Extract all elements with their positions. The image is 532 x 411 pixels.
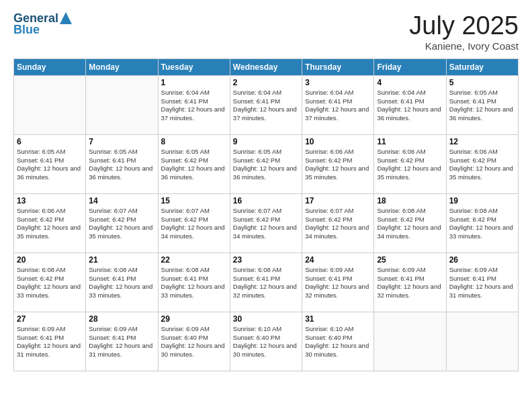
day-info: Sunrise: 6:09 AM Sunset: 6:40 PM Dayligh… — [161, 325, 227, 359]
col-header-tuesday: Tuesday — [158, 58, 230, 75]
day-number: 18 — [377, 196, 443, 205]
day-number: 5 — [449, 78, 515, 87]
svg-marker-0 — [60, 12, 72, 24]
calendar-cell: 2Sunrise: 6:04 AM Sunset: 6:41 PM Daylig… — [230, 75, 302, 134]
day-info: Sunrise: 6:06 AM Sunset: 6:42 PM Dayligh… — [17, 207, 83, 241]
day-info: Sunrise: 6:10 AM Sunset: 6:40 PM Dayligh… — [233, 325, 299, 359]
calendar-cell: 22Sunrise: 6:08 AM Sunset: 6:41 PM Dayli… — [158, 253, 230, 312]
day-number: 30 — [233, 314, 299, 324]
day-number: 12 — [449, 137, 515, 146]
calendar-cell: 18Sunrise: 6:08 AM Sunset: 6:42 PM Dayli… — [374, 193, 446, 253]
calendar-cell: 5Sunrise: 6:05 AM Sunset: 6:41 PM Daylig… — [446, 75, 518, 134]
day-number: 26 — [449, 255, 515, 265]
day-info: Sunrise: 6:06 AM Sunset: 6:42 PM Dayligh… — [377, 148, 443, 182]
day-number: 2 — [233, 78, 299, 87]
calendar-cell: 1Sunrise: 6:04 AM Sunset: 6:41 PM Daylig… — [158, 75, 230, 134]
day-number: 24 — [305, 255, 371, 265]
calendar-cell: 26Sunrise: 6:09 AM Sunset: 6:41 PM Dayli… — [446, 253, 518, 312]
calendar-cell: 30Sunrise: 6:10 AM Sunset: 6:40 PM Dayli… — [230, 312, 302, 371]
day-info: Sunrise: 6:08 AM Sunset: 6:41 PM Dayligh… — [233, 266, 299, 300]
day-number: 22 — [161, 255, 227, 265]
day-number: 10 — [305, 137, 371, 146]
col-header-wednesday: Wednesday — [230, 58, 302, 75]
day-number: 16 — [233, 196, 299, 205]
calendar-cell: 15Sunrise: 6:07 AM Sunset: 6:42 PM Dayli… — [158, 193, 230, 253]
day-info: Sunrise: 6:04 AM Sunset: 6:41 PM Dayligh… — [233, 89, 299, 123]
day-info: Sunrise: 6:08 AM Sunset: 6:42 PM Dayligh… — [449, 207, 515, 241]
logo: General Blue — [13, 12, 72, 37]
day-info: Sunrise: 6:08 AM Sunset: 6:42 PM Dayligh… — [17, 266, 83, 300]
day-info: Sunrise: 6:07 AM Sunset: 6:42 PM Dayligh… — [161, 207, 227, 241]
day-info: Sunrise: 6:05 AM Sunset: 6:42 PM Dayligh… — [233, 148, 299, 182]
calendar-cell: 27Sunrise: 6:09 AM Sunset: 6:41 PM Dayli… — [14, 312, 86, 371]
day-number: 29 — [161, 314, 227, 324]
day-number: 23 — [233, 255, 299, 265]
day-info: Sunrise: 6:06 AM Sunset: 6:42 PM Dayligh… — [449, 148, 515, 182]
page: General Blue July 2025 Kaniene, Ivory Co… — [0, 0, 532, 411]
day-info: Sunrise: 6:04 AM Sunset: 6:41 PM Dayligh… — [161, 89, 227, 123]
calendar-table: SundayMondayTuesdayWednesdayThursdayFrid… — [13, 58, 519, 371]
day-info: Sunrise: 6:09 AM Sunset: 6:41 PM Dayligh… — [89, 325, 154, 359]
day-info: Sunrise: 6:05 AM Sunset: 6:41 PM Dayligh… — [17, 148, 83, 182]
calendar-cell: 13Sunrise: 6:06 AM Sunset: 6:42 PM Dayli… — [14, 193, 86, 253]
day-info: Sunrise: 6:04 AM Sunset: 6:41 PM Dayligh… — [305, 89, 371, 123]
day-number: 1 — [161, 78, 227, 87]
day-number: 17 — [305, 196, 371, 205]
calendar-cell: 23Sunrise: 6:08 AM Sunset: 6:41 PM Dayli… — [230, 253, 302, 312]
day-number: 19 — [449, 196, 515, 205]
day-info: Sunrise: 6:04 AM Sunset: 6:41 PM Dayligh… — [377, 89, 443, 123]
day-number: 11 — [377, 137, 443, 146]
day-info: Sunrise: 6:09 AM Sunset: 6:41 PM Dayligh… — [305, 266, 371, 300]
day-number: 4 — [377, 78, 443, 87]
day-info: Sunrise: 6:07 AM Sunset: 6:42 PM Dayligh… — [305, 207, 371, 241]
calendar-cell: 21Sunrise: 6:08 AM Sunset: 6:41 PM Dayli… — [86, 253, 158, 312]
col-header-monday: Monday — [86, 58, 158, 75]
day-number: 9 — [233, 137, 299, 146]
day-number: 14 — [89, 196, 154, 205]
calendar-cell: 19Sunrise: 6:08 AM Sunset: 6:42 PM Dayli… — [446, 193, 518, 253]
calendar-cell — [374, 312, 446, 371]
calendar-cell: 12Sunrise: 6:06 AM Sunset: 6:42 PM Dayli… — [446, 134, 518, 193]
day-info: Sunrise: 6:09 AM Sunset: 6:41 PM Dayligh… — [17, 325, 83, 359]
calendar-cell: 4Sunrise: 6:04 AM Sunset: 6:41 PM Daylig… — [374, 75, 446, 134]
header: General Blue July 2025 Kaniene, Ivory Co… — [13, 12, 519, 52]
calendar-cell: 7Sunrise: 6:05 AM Sunset: 6:41 PM Daylig… — [86, 134, 158, 193]
calendar-cell: 24Sunrise: 6:09 AM Sunset: 6:41 PM Dayli… — [302, 253, 374, 312]
calendar-cell: 11Sunrise: 6:06 AM Sunset: 6:42 PM Dayli… — [374, 134, 446, 193]
day-info: Sunrise: 6:09 AM Sunset: 6:41 PM Dayligh… — [449, 266, 515, 300]
calendar-cell: 31Sunrise: 6:10 AM Sunset: 6:40 PM Dayli… — [302, 312, 374, 371]
col-header-friday: Friday — [374, 58, 446, 75]
day-number: 6 — [17, 137, 83, 146]
day-number: 28 — [89, 314, 154, 324]
calendar-cell: 14Sunrise: 6:07 AM Sunset: 6:42 PM Dayli… — [86, 193, 158, 253]
calendar-cell: 16Sunrise: 6:07 AM Sunset: 6:42 PM Dayli… — [230, 193, 302, 253]
day-info: Sunrise: 6:05 AM Sunset: 6:42 PM Dayligh… — [161, 148, 227, 182]
calendar-cell: 20Sunrise: 6:08 AM Sunset: 6:42 PM Dayli… — [14, 253, 86, 312]
calendar-cell: 29Sunrise: 6:09 AM Sunset: 6:40 PM Dayli… — [158, 312, 230, 371]
day-number: 8 — [161, 137, 227, 146]
day-number: 31 — [305, 314, 371, 324]
calendar-cell: 3Sunrise: 6:04 AM Sunset: 6:41 PM Daylig… — [302, 75, 374, 134]
calendar-cell: 6Sunrise: 6:05 AM Sunset: 6:41 PM Daylig… — [14, 134, 86, 193]
day-number: 15 — [161, 196, 227, 205]
day-info: Sunrise: 6:10 AM Sunset: 6:40 PM Dayligh… — [305, 325, 371, 359]
calendar-cell: 8Sunrise: 6:05 AM Sunset: 6:42 PM Daylig… — [158, 134, 230, 193]
calendar-cell — [14, 75, 86, 134]
day-number: 27 — [17, 314, 83, 324]
col-header-saturday: Saturday — [446, 58, 518, 75]
day-number: 21 — [89, 255, 154, 265]
day-info: Sunrise: 6:05 AM Sunset: 6:41 PM Dayligh… — [89, 148, 154, 182]
day-info: Sunrise: 6:08 AM Sunset: 6:41 PM Dayligh… — [89, 266, 154, 300]
day-info: Sunrise: 6:05 AM Sunset: 6:41 PM Dayligh… — [449, 89, 515, 123]
logo-blue: Blue — [13, 24, 72, 37]
calendar-cell — [86, 75, 158, 134]
day-info: Sunrise: 6:08 AM Sunset: 6:41 PM Dayligh… — [161, 266, 227, 300]
day-info: Sunrise: 6:09 AM Sunset: 6:41 PM Dayligh… — [377, 266, 443, 300]
day-number: 13 — [17, 196, 83, 205]
day-number: 20 — [17, 255, 83, 265]
title-block: July 2025 Kaniene, Ivory Coast — [409, 12, 519, 52]
calendar-cell: 25Sunrise: 6:09 AM Sunset: 6:41 PM Dayli… — [374, 253, 446, 312]
calendar-cell: 28Sunrise: 6:09 AM Sunset: 6:41 PM Dayli… — [86, 312, 158, 371]
day-number: 25 — [377, 255, 443, 265]
calendar-cell: 9Sunrise: 6:05 AM Sunset: 6:42 PM Daylig… — [230, 134, 302, 193]
